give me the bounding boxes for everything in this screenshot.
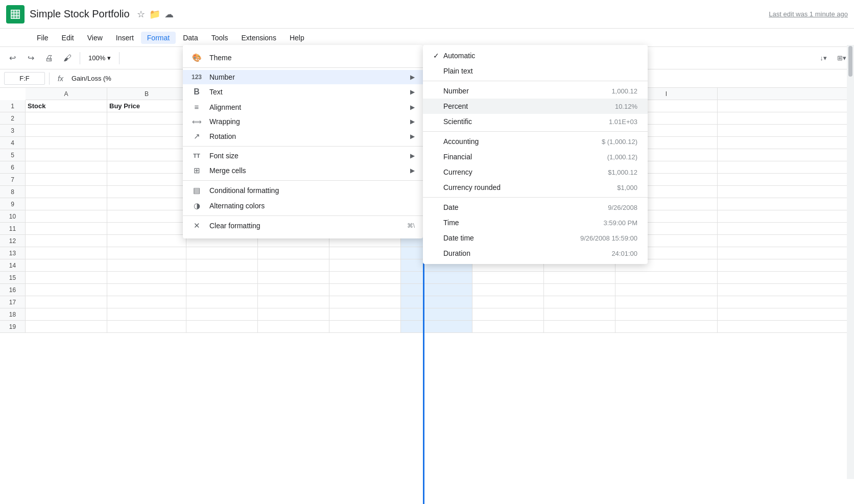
- menu-edit[interactable]: Edit: [56, 32, 80, 44]
- cell-f17[interactable]: [401, 296, 472, 308]
- cell-reference[interactable]: F:F: [4, 72, 45, 85]
- cell-h17[interactable]: [544, 296, 615, 308]
- cell-a18[interactable]: [26, 308, 107, 320]
- cell-d19[interactable]: [258, 321, 329, 332]
- cell-a4[interactable]: [26, 137, 107, 149]
- cell-b16[interactable]: [107, 284, 186, 296]
- cell-a2[interactable]: [26, 112, 107, 124]
- submenu-date-item[interactable]: Date 9/26/2008: [423, 200, 648, 215]
- submenu-datetime-item[interactable]: Date time 9/26/2008 15:59:00: [423, 230, 648, 246]
- cell-b11[interactable]: [107, 223, 186, 234]
- cell-g19[interactable]: [472, 321, 544, 332]
- cell-a16[interactable]: [26, 284, 107, 296]
- cell-e19[interactable]: [329, 321, 401, 332]
- cell-c14[interactable]: [186, 259, 258, 271]
- scrollbar[interactable]: [847, 45, 854, 479]
- cell-a12[interactable]: [26, 235, 107, 247]
- cell-i18[interactable]: [615, 308, 718, 320]
- cell-a15[interactable]: [26, 272, 107, 283]
- last-edit[interactable]: Last edit was 1 minute ago: [769, 10, 848, 18]
- col-header-b[interactable]: B: [107, 88, 186, 100]
- submenu-financial-item[interactable]: Financial (1,000.12): [423, 149, 648, 164]
- format-number-item[interactable]: 123 Number ▶: [183, 70, 423, 84]
- cell-h16[interactable]: [544, 284, 615, 296]
- cloud-icon[interactable]: ☁: [164, 9, 174, 20]
- cell-a3[interactable]: [26, 125, 107, 136]
- cell-a6[interactable]: [26, 161, 107, 173]
- cell-f16[interactable]: [401, 284, 472, 296]
- cell-b14[interactable]: [107, 259, 186, 271]
- cell-e14[interactable]: [329, 259, 401, 271]
- cell-b13[interactable]: [107, 247, 186, 259]
- cell-a8[interactable]: [26, 186, 107, 198]
- menu-tools[interactable]: Tools: [205, 32, 234, 44]
- cell-b3[interactable]: [107, 125, 186, 136]
- cell-g17[interactable]: [472, 296, 544, 308]
- menu-view[interactable]: View: [81, 32, 109, 44]
- format-fontsize-item[interactable]: TT Font size ▶: [183, 149, 423, 163]
- format-rotation-item[interactable]: ↗ Rotation ▶: [183, 129, 423, 144]
- cell-b1[interactable]: Buy Price: [107, 100, 186, 112]
- cell-c13[interactable]: [186, 247, 258, 259]
- cell-i17[interactable]: [615, 296, 718, 308]
- zoom-control[interactable]: 100% ▾: [84, 50, 115, 66]
- cell-b4[interactable]: [107, 137, 186, 149]
- cell-b7[interactable]: [107, 174, 186, 185]
- submenu-accounting-item[interactable]: Accounting $ (1,000.12): [423, 134, 648, 149]
- menu-extensions[interactable]: Extensions: [235, 32, 282, 44]
- submenu-automatic-item[interactable]: ✓ Automatic: [423, 48, 648, 63]
- cell-b19[interactable]: [107, 321, 186, 332]
- menu-insert[interactable]: Insert: [110, 32, 140, 44]
- cell-b5[interactable]: [107, 149, 186, 161]
- cell-a13[interactable]: [26, 247, 107, 259]
- cell-h18[interactable]: [544, 308, 615, 320]
- cell-a5[interactable]: [26, 149, 107, 161]
- cell-e18[interactable]: [329, 308, 401, 320]
- cell-f18[interactable]: [401, 308, 472, 320]
- paint-format-button[interactable]: 🖌: [59, 50, 76, 66]
- submenu-scientific-item[interactable]: Scientific 1.01E+03: [423, 114, 648, 129]
- redo-button[interactable]: ↪: [22, 50, 39, 66]
- cell-h15[interactable]: [544, 272, 615, 283]
- cell-i15[interactable]: [615, 272, 718, 283]
- cell-d15[interactable]: [258, 272, 329, 283]
- scrollbar-thumb[interactable]: [848, 46, 852, 77]
- format-alternating-item[interactable]: ◑ Alternating colors: [183, 198, 423, 213]
- cell-e13[interactable]: [329, 247, 401, 259]
- cell-d14[interactable]: [258, 259, 329, 271]
- cell-a1[interactable]: Stock: [26, 100, 107, 112]
- star-icon[interactable]: ☆: [137, 9, 145, 20]
- cell-a19[interactable]: [26, 321, 107, 332]
- cell-c17[interactable]: [186, 296, 258, 308]
- cell-d13[interactable]: [258, 247, 329, 259]
- format-clear-item[interactable]: ✕ Clear formatting ⌘\: [183, 218, 423, 233]
- cell-d17[interactable]: [258, 296, 329, 308]
- menu-help[interactable]: Help: [283, 32, 311, 44]
- cell-f19[interactable]: [401, 321, 472, 332]
- submenu-plaintext-item[interactable]: Plain text: [423, 63, 648, 79]
- cell-a11[interactable]: [26, 223, 107, 234]
- col-header-a[interactable]: A: [26, 88, 107, 100]
- submenu-duration-item[interactable]: Duration 24:01:00: [423, 246, 648, 261]
- folder-icon[interactable]: 📁: [149, 9, 160, 20]
- menu-data[interactable]: Data: [177, 32, 204, 44]
- cell-g18[interactable]: [472, 308, 544, 320]
- cell-b18[interactable]: [107, 308, 186, 320]
- cell-f15[interactable]: [401, 272, 472, 283]
- cell-i16[interactable]: [615, 284, 718, 296]
- cell-g15[interactable]: [472, 272, 544, 283]
- cell-a14[interactable]: [26, 259, 107, 271]
- cell-e16[interactable]: [329, 284, 401, 296]
- format-alignment-item[interactable]: ≡ Alignment ▶: [183, 100, 423, 114]
- submenu-currency-rounded-item[interactable]: Currency rounded $1,000: [423, 180, 648, 195]
- cell-c19[interactable]: [186, 321, 258, 332]
- cell-h19[interactable]: [544, 321, 615, 332]
- submenu-time-item[interactable]: Time 3:59:00 PM: [423, 215, 648, 230]
- print-button[interactable]: 🖨: [41, 50, 57, 66]
- cell-e15[interactable]: [329, 272, 401, 283]
- cell-b9[interactable]: [107, 198, 186, 210]
- submenu-currency-item[interactable]: Currency $1,000.12: [423, 164, 648, 180]
- cell-b2[interactable]: [107, 112, 186, 124]
- cell-b17[interactable]: [107, 296, 186, 308]
- cell-a9[interactable]: [26, 198, 107, 210]
